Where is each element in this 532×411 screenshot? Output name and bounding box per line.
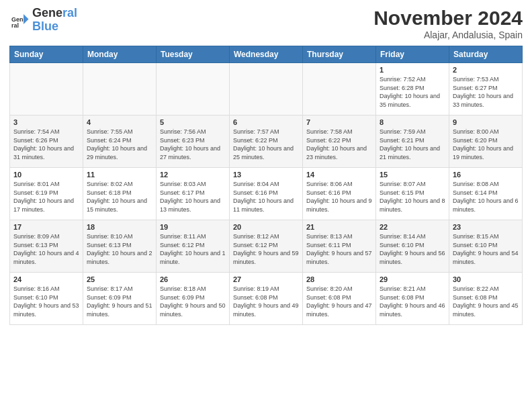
day-info: Sunrise: 8:16 AMSunset: 6:10 PMDaylight:… (13, 285, 79, 318)
day-info: Sunrise: 7:59 AMSunset: 6:21 PMDaylight:… (380, 128, 445, 161)
calendar-cell: 3Sunrise: 7:54 AMSunset: 6:26 PMDaylight… (10, 116, 83, 168)
day-number: 25 (87, 275, 152, 283)
day-number: 8 (380, 118, 445, 126)
calendar-cell: 1Sunrise: 7:52 AMSunset: 6:28 PMDaylight… (376, 63, 449, 116)
weekday-header-sunday: Sunday (10, 46, 83, 63)
day-info: Sunrise: 8:18 AMSunset: 6:09 PMDaylight:… (160, 285, 226, 318)
day-number: 15 (380, 171, 445, 179)
calendar-cell: 23Sunrise: 8:15 AMSunset: 6:10 PMDayligh… (449, 220, 523, 273)
svg-text:ral: ral (11, 21, 19, 28)
day-number: 17 (13, 223, 79, 231)
day-number: 10 (13, 171, 79, 179)
calendar-cell: 11Sunrise: 8:02 AMSunset: 6:18 PMDayligh… (83, 168, 157, 220)
calendar-cell: 7Sunrise: 7:58 AMSunset: 6:22 PMDaylight… (303, 116, 376, 168)
day-info: Sunrise: 8:22 AMSunset: 6:08 PMDaylight:… (453, 285, 519, 318)
day-number: 14 (306, 171, 372, 179)
day-info: Sunrise: 8:01 AMSunset: 6:19 PMDaylight:… (13, 180, 79, 214)
day-info: Sunrise: 7:53 AMSunset: 6:27 PMDaylight:… (453, 75, 519, 109)
day-info: Sunrise: 8:12 AMSunset: 6:12 PMDaylight:… (233, 232, 299, 266)
day-number: 2 (453, 66, 519, 74)
day-info: Sunrise: 7:52 AMSunset: 6:28 PMDaylight:… (380, 75, 445, 109)
calendar-cell (157, 63, 230, 116)
logo: Gene ral General Blue (9, 7, 77, 34)
day-number: 16 (453, 171, 519, 179)
day-info: Sunrise: 8:08 AMSunset: 6:14 PMDaylight:… (453, 180, 519, 214)
calendar-cell: 18Sunrise: 8:10 AMSunset: 6:13 PMDayligh… (83, 220, 157, 273)
calendar-cell: 15Sunrise: 8:07 AMSunset: 6:15 PMDayligh… (376, 168, 449, 220)
calendar-cell: 28Sunrise: 8:20 AMSunset: 6:08 PMDayligh… (303, 273, 376, 325)
calendar-cell: 6Sunrise: 7:57 AMSunset: 6:22 PMDaylight… (230, 116, 303, 168)
day-info: Sunrise: 7:56 AMSunset: 6:23 PMDaylight:… (160, 128, 226, 161)
day-number: 28 (306, 275, 372, 283)
day-info: Sunrise: 7:54 AMSunset: 6:26 PMDaylight:… (13, 128, 79, 161)
calendar-cell: 19Sunrise: 8:11 AMSunset: 6:12 PMDayligh… (157, 220, 230, 273)
day-info: Sunrise: 8:10 AMSunset: 6:13 PMDaylight:… (87, 232, 152, 266)
calendar-cell: 29Sunrise: 8:21 AMSunset: 6:08 PMDayligh… (376, 273, 449, 325)
calendar-cell: 25Sunrise: 8:17 AMSunset: 6:09 PMDayligh… (83, 273, 157, 325)
calendar-cell (303, 63, 376, 116)
calendar-cell: 9Sunrise: 8:00 AMSunset: 6:20 PMDaylight… (449, 116, 523, 168)
day-info: Sunrise: 8:09 AMSunset: 6:13 PMDaylight:… (13, 232, 79, 266)
day-info: Sunrise: 8:15 AMSunset: 6:10 PMDaylight:… (453, 232, 519, 266)
day-number: 23 (453, 223, 519, 231)
day-number: 24 (13, 275, 79, 283)
day-info: Sunrise: 8:04 AMSunset: 6:16 PMDaylight:… (233, 180, 299, 214)
day-info: Sunrise: 8:14 AMSunset: 6:10 PMDaylight:… (380, 232, 445, 266)
day-info: Sunrise: 8:07 AMSunset: 6:15 PMDaylight:… (380, 180, 445, 214)
day-number: 26 (160, 275, 226, 283)
calendar-cell: 12Sunrise: 8:03 AMSunset: 6:17 PMDayligh… (157, 168, 230, 220)
day-number: 13 (233, 171, 299, 179)
calendar-cell: 22Sunrise: 8:14 AMSunset: 6:10 PMDayligh… (376, 220, 449, 273)
calendar-cell: 2Sunrise: 7:53 AMSunset: 6:27 PMDaylight… (449, 63, 523, 116)
day-info: Sunrise: 8:19 AMSunset: 6:08 PMDaylight:… (233, 285, 299, 318)
calendar-cell: 8Sunrise: 7:59 AMSunset: 6:21 PMDaylight… (376, 116, 449, 168)
day-info: Sunrise: 7:58 AMSunset: 6:22 PMDaylight:… (306, 128, 372, 161)
calendar-cell: 17Sunrise: 8:09 AMSunset: 6:13 PMDayligh… (10, 220, 83, 273)
day-number: 30 (453, 275, 519, 283)
day-number: 6 (233, 118, 299, 126)
calendar-cell: 16Sunrise: 8:08 AMSunset: 6:14 PMDayligh… (449, 168, 523, 220)
day-number: 20 (233, 223, 299, 231)
day-info: Sunrise: 8:13 AMSunset: 6:11 PMDaylight:… (306, 232, 372, 266)
day-info: Sunrise: 8:20 AMSunset: 6:08 PMDaylight:… (306, 285, 372, 318)
calendar: SundayMondayTuesdayWednesdayThursdayFrid… (9, 46, 523, 325)
day-info: Sunrise: 8:06 AMSunset: 6:16 PMDaylight:… (306, 180, 372, 214)
day-number: 3 (13, 118, 79, 126)
calendar-cell: 5Sunrise: 7:56 AMSunset: 6:23 PMDaylight… (157, 116, 230, 168)
calendar-cell (10, 63, 83, 116)
location: Alajar, Andalusia, Spain (373, 30, 523, 40)
calendar-cell: 26Sunrise: 8:18 AMSunset: 6:09 PMDayligh… (157, 273, 230, 325)
day-number: 1 (380, 66, 445, 74)
weekday-header-monday: Monday (83, 46, 157, 63)
day-info: Sunrise: 7:55 AMSunset: 6:24 PMDaylight:… (87, 128, 152, 161)
logo-icon: Gene ral (9, 10, 30, 30)
day-info: Sunrise: 8:00 AMSunset: 6:20 PMDaylight:… (453, 128, 519, 161)
day-number: 5 (160, 118, 226, 126)
day-number: 27 (233, 275, 299, 283)
logo-text: General Blue (32, 7, 77, 34)
day-number: 7 (306, 118, 372, 126)
weekday-header-saturday: Saturday (449, 46, 523, 63)
calendar-cell: 24Sunrise: 8:16 AMSunset: 6:10 PMDayligh… (10, 273, 83, 325)
month-title: November 2024 (373, 7, 523, 30)
calendar-cell: 10Sunrise: 8:01 AMSunset: 6:19 PMDayligh… (10, 168, 83, 220)
day-number: 9 (453, 118, 519, 126)
day-number: 21 (306, 223, 372, 231)
weekday-header-wednesday: Wednesday (230, 46, 303, 63)
weekday-header-tuesday: Tuesday (157, 46, 230, 63)
calendar-cell: 14Sunrise: 8:06 AMSunset: 6:16 PMDayligh… (303, 168, 376, 220)
calendar-cell: 27Sunrise: 8:19 AMSunset: 6:08 PMDayligh… (230, 273, 303, 325)
day-info: Sunrise: 8:02 AMSunset: 6:18 PMDaylight:… (87, 180, 152, 214)
weekday-header-friday: Friday (376, 46, 449, 63)
day-number: 22 (380, 223, 445, 231)
calendar-cell (230, 63, 303, 116)
weekday-header-thursday: Thursday (303, 46, 376, 63)
calendar-cell: 30Sunrise: 8:22 AMSunset: 6:08 PMDayligh… (449, 273, 523, 325)
day-number: 12 (160, 171, 226, 179)
calendar-cell (83, 63, 157, 116)
day-info: Sunrise: 8:03 AMSunset: 6:17 PMDaylight:… (160, 180, 226, 214)
day-number: 18 (87, 223, 152, 231)
calendar-cell: 21Sunrise: 8:13 AMSunset: 6:11 PMDayligh… (303, 220, 376, 273)
page-header: Gene ral General Blue November 2024 Alaj… (9, 7, 523, 40)
day-info: Sunrise: 8:17 AMSunset: 6:09 PMDaylight:… (87, 285, 152, 318)
